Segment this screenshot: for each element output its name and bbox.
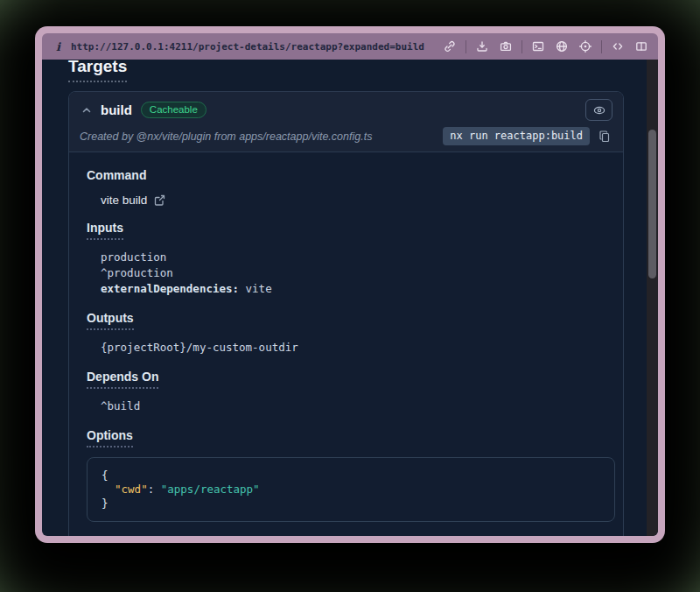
globe-icon[interactable] <box>554 39 570 54</box>
targets-heading: Targets <box>68 60 127 82</box>
download-icon[interactable] <box>474 39 490 54</box>
target-card-build: build Cacheable Created by @nx/vite/plug… <box>68 91 624 536</box>
browser-toolbar: i http://127.0.0.1:4211/project-details/… <box>42 33 658 60</box>
json-line: } <box>102 497 600 511</box>
input-item: externalDependencies: vite <box>101 281 609 297</box>
code-icon[interactable] <box>610 39 626 54</box>
options-json-block: { "cwd": "apps/reactapp" } <box>87 457 615 522</box>
toolbar-divider <box>466 40 466 53</box>
cacheable-badge: Cacheable <box>141 102 206 118</box>
output-item: {projectRoot}/my-custom-outdir <box>101 340 609 356</box>
options-heading: Options <box>87 428 133 448</box>
command-heading: Command <box>87 168 146 182</box>
scrollbar-thumb[interactable] <box>648 130 656 278</box>
command-value: vite build <box>101 194 147 207</box>
toolbar-actions <box>442 39 649 54</box>
toolbar-divider <box>522 40 522 53</box>
input-item: ^production <box>101 265 609 281</box>
depends-on-heading: Depends On <box>87 370 158 389</box>
depends-on-item: ^build <box>101 398 609 414</box>
url-field[interactable]: http://127.0.0.1:4211/project-details/re… <box>71 41 435 53</box>
copy-icon[interactable] <box>597 129 612 144</box>
input-item: production <box>101 250 609 265</box>
depends-on-section: Depends On ^build <box>87 369 609 414</box>
view-target-button[interactable] <box>585 99 612 121</box>
link-icon[interactable] <box>442 39 458 54</box>
run-command-chip[interactable]: nx run reactapp:build <box>443 127 590 145</box>
outputs-heading: Outputs <box>87 311 134 330</box>
command-section: Command vite build <box>87 167 609 207</box>
terminal-icon[interactable] <box>530 39 546 54</box>
build-card-body: Command vite build Inputs production <box>69 152 623 536</box>
external-link-icon[interactable] <box>153 194 166 207</box>
json-line: "cwd": "apps/reactapp" <box>102 483 600 497</box>
inputs-section: Inputs production ^production externalDe… <box>87 220 609 297</box>
outputs-section: Outputs {projectRoot}/my-custom-outdir <box>87 310 609 356</box>
scrollbar[interactable] <box>647 60 658 536</box>
toolbar-divider <box>601 40 602 53</box>
inputs-heading: Inputs <box>87 221 123 240</box>
split-panel-icon[interactable] <box>634 39 649 54</box>
chevron-up-icon[interactable] <box>80 103 94 117</box>
browser-window: i http://127.0.0.1:4211/project-details/… <box>35 26 665 543</box>
camera-icon[interactable] <box>498 39 514 54</box>
browser-viewport: Targets build Cacheable <box>42 60 658 536</box>
project-details-page: Targets build Cacheable <box>42 60 647 536</box>
options-section: Options { "cwd": "apps/reactapp" } <box>87 427 609 522</box>
info-icon: i <box>51 41 64 53</box>
build-card-header: build Cacheable Created by @nx/vite/plug… <box>69 92 623 152</box>
created-by-text: Created by @nx/vite/plugin from apps/rea… <box>80 130 372 143</box>
target-icon[interactable] <box>578 39 593 54</box>
json-line: { <box>102 469 600 483</box>
target-name-build[interactable]: build <box>101 102 132 117</box>
